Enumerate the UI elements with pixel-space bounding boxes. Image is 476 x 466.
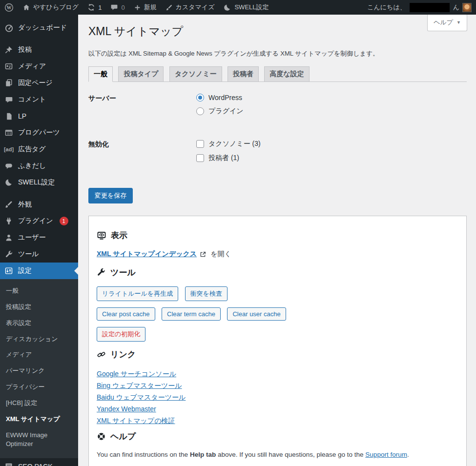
sidebar-item-posts[interactable]: 投稿 [0,41,78,58]
sitemap-index-link[interactable]: XML サイトマップインデックス [97,250,197,259]
home-icon [22,3,30,11]
checkbox-taxonomies[interactable] [196,140,204,148]
clear-post-cache-button[interactable]: Clear post cache [97,307,155,321]
submenu-item-media[interactable]: メディア [0,347,78,363]
updates-count: 1 [98,4,102,11]
submenu-item-general[interactable]: 一般 [0,283,78,299]
new-content-menu[interactable]: 新規 [129,0,161,15]
submenu-item-ewww[interactable]: EWWW Image Optimizer [0,427,78,453]
submenu-item-hcb[interactable]: [HCB] 設定 [0,395,78,411]
update-icon [87,3,95,11]
clear-user-cache-button[interactable]: Clear user cache [227,307,286,321]
sidebar-item-seo-pack[interactable]: SEO PACK [0,458,78,466]
menu-separator [0,191,78,196]
submenu-item-writing[interactable]: 投稿設定 [0,299,78,315]
yandex-webmaster-link[interactable]: Yandex Webmaster [97,405,156,413]
settings-sliders-icon [4,266,14,276]
radio-option-wordpress[interactable]: WordPress [196,94,244,101]
media-icon [4,61,14,71]
submenu-item-discussion[interactable]: ディスカッション [0,331,78,347]
brush-icon [4,200,14,209]
sidebar-item-fukidashi[interactable]: ふきだし [0,158,78,174]
tab-taxonomies[interactable]: タクソノミー [169,66,222,82]
sidebar-item-tools[interactable]: ツール [0,246,78,263]
tab-authors[interactable]: 投稿者 [228,66,259,82]
sidebar-item-swell-settings[interactable]: SWELL設定 [0,174,78,191]
sidebar-item-users[interactable]: ユーザー [0,229,78,246]
sidebar-item-comments[interactable]: コメント [0,91,78,108]
checkbox-authors[interactable] [196,154,204,162]
wrench-icon [97,268,106,277]
sidebar-label: メディア [18,62,46,71]
checkbox-option-taxonomies[interactable]: タクソノミー (3) [196,140,261,148]
help-tab-button[interactable]: ヘルプ ▼ [427,15,467,31]
support-forum-link[interactable]: Support forum [365,451,407,458]
links-section-heading: リンク [97,349,458,360]
sidebar-label: ツール [18,250,39,259]
bing-webmaster-link[interactable]: Bing ウェブマスターツール [97,382,182,389]
submenu-item-reading[interactable]: 表示設定 [0,315,78,331]
link-row: Bing ウェブマスターツール [97,380,458,391]
tools-button-row-1: リライトルールを再生成 衝突を検査 [97,286,458,301]
customize-menu[interactable]: カスタマイズ [161,0,219,15]
sidebar-item-media[interactable]: メディア [0,58,78,75]
admin-bar-account[interactable]: こんにちは、 ん [367,3,476,12]
sidebar-item-appearance[interactable]: 外観 [0,196,78,213]
tab-post-types[interactable]: 投稿タイプ [118,66,164,82]
sidebar-item-blogparts[interactable]: ブログパーツ [0,124,78,141]
comment-bubble-icon [110,3,118,11]
sidebar-item-settings[interactable]: 設定 [0,263,78,279]
sidebar-item-dashboard[interactable]: ダッシュボード [0,20,78,36]
swell-settings-menu[interactable]: SWELL設定 [219,0,273,15]
list-box-icon [4,462,14,466]
sidebar-info-card: 表示 XML サイトマップインデックス を開く ツール リライトルールを再生成 … [88,216,467,466]
baidu-webmaster-link[interactable]: Baidu ウェブマスターツール [97,393,186,401]
google-search-console-link[interactable]: Google サーチコンソール [97,370,176,378]
sidebar-item-lp[interactable]: LP [0,108,78,124]
sidebar-item-adtag[interactable]: [ad] 広告タグ [0,141,78,158]
wrench-icon [4,249,14,259]
radio-plugin[interactable] [196,107,204,115]
sidebar-label: コメント [18,95,46,104]
plus-icon [134,4,141,11]
page-description: 以下の設定は XML Sitemap & Google News プラグインが生… [88,49,467,58]
checkbox-option-authors[interactable]: 投稿者 (1) [196,154,261,162]
sidebar-label: SEO PACK [18,463,53,466]
comments-count: 0 [121,4,124,11]
sidebar-label: 固定ページ [18,79,53,87]
help-text: above. If you still have questions, plea… [216,451,365,458]
radio-wordpress[interactable] [196,94,204,101]
submenu-item-permalink[interactable]: パーマリンク [0,363,78,379]
reset-settings-button[interactable]: 設定の初期化 [97,327,145,342]
sidebar-label: 投稿 [18,45,32,54]
sidebar-label: ブログパーツ [18,128,60,137]
tab-advanced[interactable]: 高度な設定 [264,66,309,82]
settings-tabs: 一般 投稿タイプ タクソノミー 投稿者 高度な設定 [88,66,467,82]
save-changes-button[interactable]: 変更を保存 [88,188,133,203]
disable-label: 無効化 [88,140,196,168]
updates-menu[interactable]: 1 [83,0,106,15]
check-conflicts-button[interactable]: 衝突を検査 [185,286,228,301]
visibility-icon [97,231,106,241]
sidebar-label: プラグイン [18,217,53,225]
help-button-label: ヘルプ [434,18,453,27]
wordpress-logo-menu[interactable]: W [0,0,18,15]
greeting-suffix: ん [453,3,459,12]
radio-option-plugin[interactable]: プラグイン [196,107,244,116]
validate-sitemap-link[interactable]: XML サイトマップの検証 [97,417,175,425]
sidebar-item-plugins[interactable]: プラグイン 1 [0,213,78,229]
submenu-item-privacy[interactable]: プライバシー [0,379,78,395]
disable-setting-row: 無効化 タクソノミー (3) 投稿者 (1) [88,121,467,168]
speech-bubble-icon [4,161,14,171]
chevron-down-icon: ▼ [456,20,461,25]
tab-general[interactable]: 一般 [88,66,113,82]
comments-menu[interactable]: 0 [106,0,129,15]
site-name: やすひらブログ [33,3,79,12]
sidebar-item-pages[interactable]: 固定ページ [0,75,78,91]
submenu-item-xml-sitemap[interactable]: XML サイトマップ [0,411,78,427]
link-row: Google サーチコンソール [97,368,458,380]
site-name-menu[interactable]: やすひらブログ [18,0,83,15]
clear-term-cache-button[interactable]: Clear term cache [162,307,221,321]
regenerate-rewrite-rules-button[interactable]: リライトルールを再生成 [97,286,178,301]
checkbox-label: 投稿者 (1) [208,154,239,162]
